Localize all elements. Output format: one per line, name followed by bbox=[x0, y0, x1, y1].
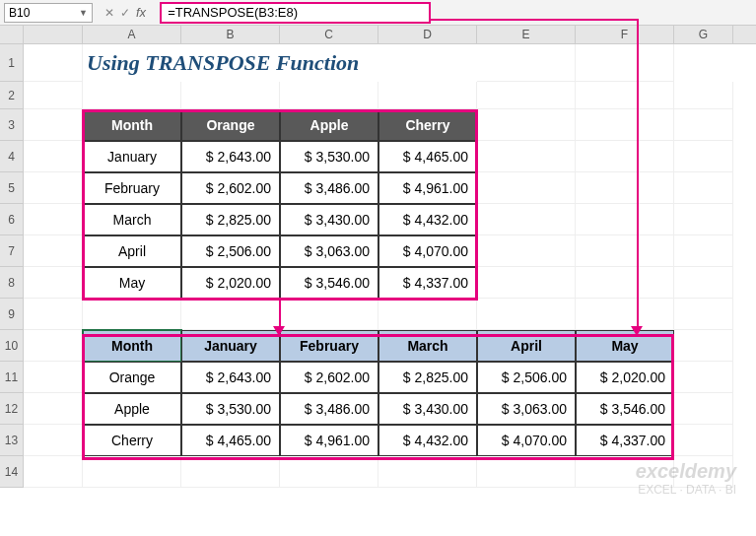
cell[interactable] bbox=[24, 299, 83, 330]
cell[interactable] bbox=[576, 82, 674, 109]
src-val[interactable]: $ 4,465.00 bbox=[378, 141, 477, 172]
col-header-c[interactable]: C bbox=[280, 26, 378, 43]
row-header-7[interactable]: 7 bbox=[0, 235, 24, 267]
src-val[interactable]: $ 4,070.00 bbox=[378, 235, 477, 267]
col-header-a[interactable]: A bbox=[83, 26, 181, 43]
trans-hdr-apr[interactable]: April bbox=[477, 330, 576, 362]
src-month[interactable]: March bbox=[83, 204, 181, 235]
trans-val[interactable]: $ 4,465.00 bbox=[181, 425, 280, 456]
row-header-9[interactable]: 9 bbox=[0, 299, 24, 330]
src-val[interactable]: $ 2,506.00 bbox=[181, 235, 280, 267]
cell[interactable] bbox=[674, 204, 733, 235]
trans-hdr-may[interactable]: May bbox=[576, 330, 674, 362]
cell[interactable] bbox=[24, 172, 83, 204]
cell[interactable] bbox=[674, 141, 733, 172]
cell[interactable] bbox=[24, 267, 83, 299]
cell[interactable] bbox=[24, 82, 83, 109]
select-all-corner[interactable] bbox=[0, 26, 24, 43]
src-month[interactable]: February bbox=[83, 172, 181, 204]
cell[interactable] bbox=[477, 456, 576, 488]
row-header-12[interactable]: 12 bbox=[0, 393, 24, 425]
trans-val[interactable]: $ 4,432.00 bbox=[378, 425, 477, 456]
cell[interactable] bbox=[674, 330, 733, 362]
src-hdr-apple[interactable]: Apple bbox=[280, 109, 378, 141]
cell[interactable] bbox=[576, 141, 674, 172]
trans-hdr-mar[interactable]: March bbox=[378, 330, 477, 362]
cell[interactable] bbox=[378, 299, 477, 330]
trans-hdr-feb[interactable]: February bbox=[280, 330, 378, 362]
formula-input[interactable]: =TRANSPOSE(B3:E8) bbox=[160, 2, 431, 24]
row-header-11[interactable]: 11 bbox=[0, 362, 24, 393]
cell[interactable] bbox=[674, 109, 733, 141]
cell[interactable] bbox=[576, 267, 674, 299]
col-header-blank[interactable] bbox=[24, 26, 83, 43]
cell[interactable] bbox=[477, 235, 576, 267]
cell[interactable] bbox=[24, 330, 83, 362]
src-month[interactable]: May bbox=[83, 267, 181, 299]
src-month[interactable]: April bbox=[83, 235, 181, 267]
trans-label[interactable]: Orange bbox=[83, 362, 181, 393]
cell[interactable] bbox=[576, 172, 674, 204]
fx-icon[interactable]: fx bbox=[136, 5, 146, 20]
trans-val[interactable]: $ 2,825.00 bbox=[378, 362, 477, 393]
src-val[interactable]: $ 2,602.00 bbox=[181, 172, 280, 204]
cell[interactable] bbox=[83, 82, 181, 109]
cell[interactable] bbox=[181, 82, 280, 109]
cell[interactable] bbox=[181, 299, 280, 330]
cell[interactable] bbox=[674, 235, 733, 267]
cell[interactable] bbox=[24, 44, 83, 82]
trans-val[interactable]: $ 3,430.00 bbox=[378, 393, 477, 425]
src-val[interactable]: $ 4,961.00 bbox=[378, 172, 477, 204]
cell[interactable] bbox=[24, 425, 83, 456]
cell[interactable] bbox=[576, 235, 674, 267]
cell[interactable] bbox=[477, 82, 576, 109]
cell[interactable] bbox=[477, 172, 576, 204]
cell[interactable] bbox=[83, 456, 181, 488]
trans-val[interactable]: $ 2,643.00 bbox=[181, 362, 280, 393]
src-month[interactable]: January bbox=[83, 141, 181, 172]
row-header-14[interactable]: 14 bbox=[0, 456, 24, 488]
cell[interactable] bbox=[24, 204, 83, 235]
trans-val[interactable]: $ 4,337.00 bbox=[576, 425, 674, 456]
col-header-e[interactable]: E bbox=[477, 26, 576, 43]
src-val[interactable]: $ 3,063.00 bbox=[280, 235, 378, 267]
cell[interactable] bbox=[674, 172, 733, 204]
cell[interactable] bbox=[24, 362, 83, 393]
src-val[interactable]: $ 4,337.00 bbox=[378, 267, 477, 299]
row-header-10[interactable]: 10 bbox=[0, 330, 24, 362]
src-val[interactable]: $ 4,432.00 bbox=[378, 204, 477, 235]
trans-val[interactable]: $ 3,063.00 bbox=[477, 393, 576, 425]
cell[interactable] bbox=[477, 267, 576, 299]
trans-hdr-month[interactable]: Month bbox=[83, 330, 181, 362]
cell[interactable] bbox=[477, 299, 576, 330]
col-header-b[interactable]: B bbox=[181, 26, 280, 43]
dropdown-icon[interactable]: ▼ bbox=[79, 8, 88, 18]
trans-label[interactable]: Apple bbox=[83, 393, 181, 425]
cell[interactable] bbox=[674, 362, 733, 393]
trans-val[interactable]: $ 2,602.00 bbox=[280, 362, 378, 393]
cell[interactable] bbox=[477, 141, 576, 172]
cell[interactable] bbox=[280, 456, 378, 488]
src-val[interactable]: $ 3,530.00 bbox=[280, 141, 378, 172]
cell[interactable] bbox=[24, 141, 83, 172]
cell[interactable] bbox=[576, 44, 674, 82]
col-header-d[interactable]: D bbox=[378, 26, 477, 43]
src-val[interactable]: $ 3,486.00 bbox=[280, 172, 378, 204]
src-val[interactable]: $ 2,825.00 bbox=[181, 204, 280, 235]
cell[interactable] bbox=[477, 204, 576, 235]
src-val[interactable]: $ 2,020.00 bbox=[181, 267, 280, 299]
src-val[interactable]: $ 3,546.00 bbox=[280, 267, 378, 299]
name-box[interactable]: B10 ▼ bbox=[4, 3, 93, 23]
cell[interactable] bbox=[24, 109, 83, 141]
col-header-g[interactable]: G bbox=[674, 26, 733, 43]
src-val[interactable]: $ 3,430.00 bbox=[280, 204, 378, 235]
row-header-1[interactable]: 1 bbox=[0, 44, 24, 82]
cell[interactable] bbox=[280, 82, 378, 109]
row-header-5[interactable]: 5 bbox=[0, 172, 24, 204]
cell[interactable] bbox=[181, 456, 280, 488]
trans-val[interactable]: $ 3,546.00 bbox=[576, 393, 674, 425]
trans-hdr-jan[interactable]: January bbox=[181, 330, 280, 362]
row-header-2[interactable]: 2 bbox=[0, 82, 24, 109]
cell[interactable] bbox=[378, 456, 477, 488]
trans-val[interactable]: $ 2,020.00 bbox=[576, 362, 674, 393]
